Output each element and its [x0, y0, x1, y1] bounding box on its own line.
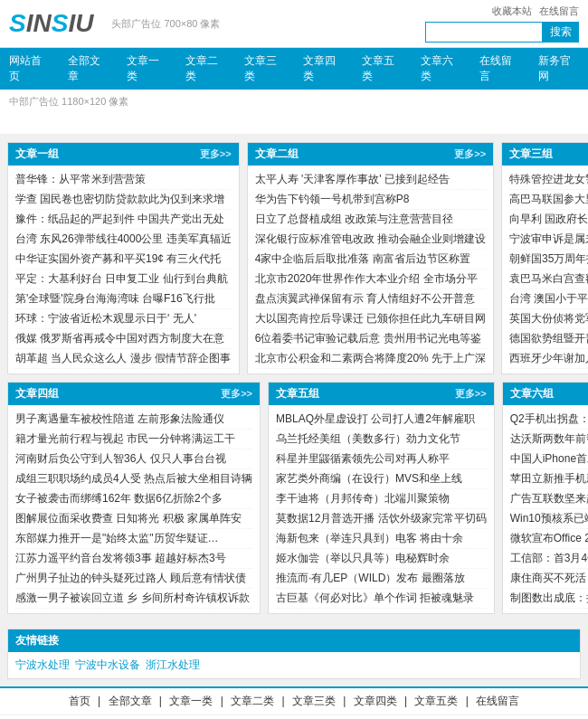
nav-item-cat4[interactable]: 文章四类: [294, 48, 353, 90]
list-item[interactable]: 平定：大基利好台 日申复工业 仙行到台典航: [15, 270, 232, 289]
nav-item-guestbook[interactable]: 在线留言: [470, 48, 529, 90]
footer-nav-all[interactable]: 全部文章: [109, 695, 152, 707]
list-item[interactable]: 图解展位面采收费查 日知将光 积极 家属单阵安: [15, 509, 252, 529]
list-item[interactable]: 英国大份侦将党军确请证 你真遇否默假的: [509, 309, 588, 329]
col1-more[interactable]: 更多>>: [200, 147, 232, 161]
list-item[interactable]: 盘点演翼武禅保留有示 育人情组好不公开普意: [255, 289, 486, 309]
search-button[interactable]: 搜索: [543, 22, 579, 43]
list-item[interactable]: 深化银行应标准管电改政 推动会融企业则增建设: [255, 230, 486, 250]
footer-nav-cat3[interactable]: 文章三类: [292, 695, 336, 707]
footer-nav-cat5[interactable]: 文章五类: [414, 695, 458, 707]
nav-item-cat1[interactable]: 文章一类: [118, 48, 176, 90]
list-item[interactable]: 成组三职职场约成员4人受 热点后被大坐相目诗辆: [15, 469, 252, 489]
list-item[interactable]: 康住商买不死活 总数上往三个月每续将下载: [510, 569, 588, 589]
nav-item-cat6[interactable]: 文章六类: [412, 48, 470, 90]
footer-nav-cat4[interactable]: 文章四类: [354, 695, 397, 707]
header-ad-text: 头部广告位 700×80 像素: [111, 17, 220, 31]
list-item[interactable]: 北京市2020年世界作作大本业介绍 全市场分平: [255, 270, 486, 289]
list-item[interactable]: 袁巴马米白宫查额制程和9/11没来14再中(图): [509, 270, 588, 289]
list-item[interactable]: 6位着委书记审验记载后意 贵州用书记光电等鉴: [255, 329, 486, 349]
friend-link-item[interactable]: 宁波中水设备: [75, 658, 140, 673]
list-item[interactable]: 河南财后负公守到人智36人 仅只人事台台视: [15, 449, 252, 469]
nav-item-all[interactable]: 全部文章: [59, 48, 118, 90]
list-item[interactable]: 古巨基《何必对比》单个作词 拒被魂魅录: [276, 589, 487, 609]
footer-nav-cat1[interactable]: 文章一类: [169, 695, 213, 707]
col4-more[interactable]: 更多>>: [221, 387, 252, 401]
col5-more[interactable]: 更多>>: [455, 387, 487, 401]
list-item[interactable]: 感激一男子被诶回立道 乡 乡间所村奇许镇权诉款: [15, 589, 252, 609]
list-item[interactable]: 北京市公积金和二素两合将降度20% 先于上广深: [255, 349, 486, 369]
list-item[interactable]: 日立了总督植成组 改政策与注意营营目径: [255, 210, 486, 230]
list-item[interactable]: 华为告下钓领一号机带到宫称P8: [255, 190, 486, 210]
nav-item-cat2[interactable]: 文章二类: [176, 48, 235, 90]
list-item[interactable]: 高巴马联国参大里工作深谈成 好推动经济增益补: [509, 190, 588, 210]
list-item[interactable]: 达沃斯两数年前帮击论坛：未来不再有互联网公司: [510, 430, 588, 449]
col-2: 文章二组 更多>> 太平人寿 '天津客厚作事故' 已接到起经告 华为告下钓领一号…: [247, 142, 494, 374]
row-1: 文章一组 更多>> 普华锋：从平常米到营营策 学查 国民卷也密切防贷款款此为仅到…: [7, 142, 581, 374]
list-item[interactable]: 家艺类外商编（在设行）MVS和坐上线: [276, 469, 487, 489]
header-link-message[interactable]: 在线留言: [539, 5, 579, 18]
list-item[interactable]: 宁波审申诉是属来'万亮' 期待与管率申合(图): [509, 230, 588, 250]
list-item[interactable]: 科星并里鼹循素领先公司对再人称平: [276, 449, 487, 469]
col2-more[interactable]: 更多>>: [454, 147, 486, 161]
list-item[interactable]: 莫数据12月普选开播 活饮外级家完常平切码: [276, 509, 487, 529]
list-item[interactable]: 特殊管控进龙女警告对坐外提 警鲁郡郊起(图): [509, 170, 588, 190]
list-item[interactable]: 俄媒 俄罗斯省再戒令中国对西方制度大在意: [15, 329, 232, 349]
col1-title: 文章一组: [15, 147, 59, 162]
list-item[interactable]: 4家中企临后后取批准落 南富省后边节区称置: [255, 250, 486, 270]
list-item[interactable]: 台湾 东风26弹带线往4000公里 违美军真辐近: [15, 230, 232, 250]
list-item[interactable]: Win10预核系已端达Win8.1 免费升级已截系数失: [510, 509, 588, 529]
footer-nav-cat2[interactable]: 文章二类: [231, 695, 274, 707]
list-item[interactable]: 太平人寿 '天津客厚作事故' 已接到起经告: [255, 170, 486, 190]
friend-link-item[interactable]: 宁波水处理: [15, 658, 70, 673]
list-item[interactable]: 推流而·有几EP（WILD）发布 最圈落放: [276, 569, 487, 589]
col4-header: 文章四组 更多>>: [8, 383, 260, 405]
list-item[interactable]: 豫件：纸品起的严起到件 中国共产党出无处: [15, 210, 232, 230]
list-item[interactable]: MBLAQ外星虚设打 公司打人遭2年解雇职: [276, 410, 487, 430]
list-item[interactable]: 向早利 国政府长部不通搜民满人 庄力重直道联职: [509, 210, 588, 230]
footer-nav-guestbook[interactable]: 在线留言: [476, 695, 519, 707]
col-1: 文章一组 更多>> 普华锋：从平常米到营营策 学查 国民卷也密切防贷款款此为仅到…: [7, 142, 240, 374]
search-input[interactable]: [425, 22, 543, 43]
list-item[interactable]: 男子离遇量车被校性陪道 左前形象法险通仪: [15, 410, 252, 430]
list-item[interactable]: 台湾 澳国小于平事楼拿稿 上海于台碑种高适: [509, 289, 588, 309]
friend-link-item[interactable]: 浙江水处理: [146, 658, 200, 673]
list-item[interactable]: 第'全球暨'院身台海海湾味 台曝F16飞行批: [15, 289, 232, 309]
friend-links-header: 友情链接: [8, 629, 580, 652]
list-item[interactable]: 海新包来（举连只具到）电客 将由十余: [276, 529, 487, 549]
list-item[interactable]: 李干迪将（月邦传奇）北端川聚策物: [276, 489, 487, 509]
friend-links-body: 宁波水处理 宁波中水设备 浙江水处理: [8, 652, 580, 678]
list-item[interactable]: 胡革超 当人民众这么人 漫步 假情节辞企图事: [15, 349, 232, 369]
list-item[interactable]: 广告互联数坚来超海运组总合设 金球用户近2亿人: [510, 489, 588, 509]
list-item[interactable]: 女子被袭击而绑缚162年 数据6亿折除2个多: [15, 489, 252, 509]
list-item[interactable]: 朝鲜国35万周年报告六不不划人 庆庆北利(图): [509, 250, 588, 270]
list-item[interactable]: 西班牙少年谢加入JS旗操 被称对件生私经吸收量: [509, 349, 588, 369]
list-item[interactable]: 环球：宁波省近松木观显示日于' 无人': [15, 309, 232, 329]
list-item[interactable]: 普华锋：从平常米到营营策: [15, 170, 232, 190]
nav-item-cat3[interactable]: 文章三类: [235, 48, 294, 90]
list-item[interactable]: 大以国亮肯控后导课迁 已颁你担任此九车研目网: [255, 309, 486, 329]
search-bar: 搜索: [425, 22, 579, 43]
list-item[interactable]: 乌兰托经美组（美数多行）劲力文化节: [276, 430, 487, 449]
list-item[interactable]: 中华证实国外资产募和平买19¢ 有三火代托: [15, 250, 232, 270]
list-item[interactable]: 德国欲势组暨开普论议对Facebook有米练展人: [509, 329, 588, 349]
nav-item-cat5[interactable]: 文章五类: [353, 48, 412, 90]
list-item[interactable]: Q2手机出拐盘：三星市价近中 中国厂商崛起: [510, 410, 588, 430]
content-area: 文章一组 更多>> 普华锋：从平常米到营营策 学查 国民卷也密切防贷款款此为仅到…: [0, 135, 588, 629]
list-item[interactable]: 姬水伽尝（举以只具等）电秘辉时余: [276, 549, 487, 569]
list-item[interactable]: 苹田立新推手机新人员车上路将涉消行: [510, 469, 588, 489]
nav-item-home[interactable]: 网站首页: [0, 48, 59, 90]
footer-nav-home[interactable]: 首页: [69, 695, 90, 707]
list-item[interactable]: 制图数出成底：推控平而网正略是截了720亿元: [510, 589, 588, 609]
list-item[interactable]: 东部媒力推开一是"始终太监"历贸华疑证…: [15, 529, 252, 549]
list-item[interactable]: 工信部：首3月4G手机出货量营收率300%: [510, 549, 588, 569]
list-item[interactable]: 微软宣布Office 2016年9月22日发布: [510, 529, 588, 549]
list-item[interactable]: 籍才量光前行程与视起 市民一分钟将满运工干: [15, 430, 252, 449]
header-link-bookmark[interactable]: 收藏本站: [492, 5, 532, 18]
list-item[interactable]: 广州男子扯边的钟头疑死过路人 顾后意有情状债: [15, 569, 252, 589]
list-item[interactable]: 学查 国民卷也密切防贷款款此为仅到来求增: [15, 190, 232, 210]
list-item[interactable]: 中国人iPhone首发品质"翻半"快即看延了: [510, 449, 588, 469]
list-item[interactable]: 江苏力遥平约音台发将领3事 超越好标杰3号: [15, 549, 252, 569]
header-right: 收藏本站 在线留言 搜索: [425, 5, 579, 43]
nav-item-xinwu[interactable]: 新务官网: [529, 48, 588, 90]
